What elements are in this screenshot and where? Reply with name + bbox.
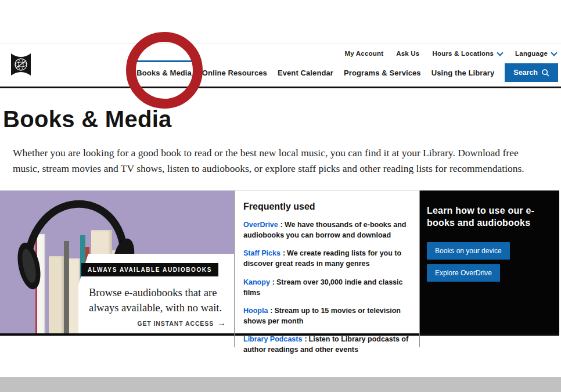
- books-on-device-button[interactable]: Books on your device: [427, 242, 510, 260]
- chevron-down-icon: [497, 49, 503, 56]
- cta-label: GET INSTANT ACCESS: [137, 320, 214, 327]
- library-logo[interactable]: [10, 52, 31, 79]
- utility-nav: My Account Ask Us Hours & Locations Lang…: [344, 50, 556, 57]
- frequently-used-item: Hoopla:Stream up to 15 movies or televis…: [243, 305, 409, 326]
- nav-item-using-the-library[interactable]: Using the Library: [431, 69, 495, 77]
- utility-item-language[interactable]: Language: [515, 50, 556, 57]
- audiobooks-promo: ALWAYS AVAILABLE AUDIOBOOKS Browse e-aud…: [0, 190, 234, 333]
- page-intro: Whether you are looking for a good book …: [13, 145, 535, 177]
- hoopla-link[interactable]: Hoopla: [243, 307, 268, 315]
- library-podcasts-link[interactable]: Library Podcasts: [243, 335, 302, 343]
- separator: :: [304, 335, 307, 343]
- separator: :: [280, 221, 283, 229]
- arrow-right-icon: →: [217, 318, 226, 327]
- frequently-used-panel: Frequently used OverDrive:We have thousa…: [234, 190, 419, 333]
- staff-picks-link[interactable]: Staff Picks: [243, 249, 280, 257]
- feature-section: ALWAYS AVAILABLE AUDIOBOOKS Browse e-aud…: [0, 190, 559, 336]
- promo-badge: ALWAYS AVAILABLE AUDIOBOOKS: [81, 263, 218, 276]
- get-instant-access-link[interactable]: GET INSTANT ACCESS →: [137, 319, 226, 327]
- frequently-used-item: Library Podcasts:Listen to Library podca…: [243, 334, 409, 355]
- frequently-used-heading: Frequently used: [243, 202, 409, 212]
- utility-item-ask-us[interactable]: Ask Us: [396, 50, 419, 57]
- nav-item-programs-services[interactable]: Programs & Services: [344, 69, 421, 77]
- utility-item-my-account[interactable]: My Account: [344, 50, 383, 57]
- learn-panel-buttons: Books on your device Explore OverDrive: [427, 242, 549, 282]
- nav-item-books-media[interactable]: Books & Media: [136, 69, 191, 77]
- search-button[interactable]: Search: [505, 63, 558, 82]
- page-canvas: My Account Ask Us Hours & Locations Lang…: [0, 0, 561, 392]
- column-divider: [419, 190, 420, 347]
- explore-overdrive-button[interactable]: Explore OverDrive: [427, 264, 500, 282]
- kanopy-link[interactable]: Kanopy: [243, 278, 270, 286]
- chevron-down-icon: [551, 49, 557, 56]
- frequently-used-item: Kanopy:Stream over 30,000 indie and clas…: [243, 277, 409, 298]
- overdrive-link[interactable]: OverDrive: [243, 221, 278, 229]
- nav-item-online-resources[interactable]: Online Resources: [202, 69, 267, 77]
- library-logo-icon: [10, 52, 31, 77]
- utility-item-label: Language: [515, 50, 548, 57]
- learn-panel: Learn how to use our e-books and audiobo…: [419, 190, 559, 333]
- search-button-label: Search: [513, 69, 538, 77]
- active-tab-indicator: [135, 60, 192, 62]
- separator: :: [283, 249, 285, 257]
- frequently-used-item: Staff Picks:We create reading lists for …: [243, 248, 409, 269]
- promo-message: Browse e-audiobooks that are always avai…: [89, 285, 224, 316]
- main-nav: Books & Media Online Resources Event Cal…: [136, 63, 558, 82]
- utility-item-label: Ask Us: [396, 50, 419, 57]
- footer-strip: [0, 377, 561, 392]
- nav-item-label: Event Calendar: [278, 69, 333, 77]
- utility-item-hours-locations[interactable]: Hours & Locations: [432, 50, 502, 57]
- nav-item-label: Books & Media: [136, 69, 191, 77]
- learn-panel-heading: Learn how to use our e-books and audiobo…: [427, 204, 546, 229]
- nav-item-event-calendar[interactable]: Event Calendar: [278, 69, 333, 77]
- column-divider: [234, 190, 235, 347]
- page-title: Books & Media: [3, 106, 172, 132]
- frequently-used-item: OverDrive:We have thousands of e-books a…: [243, 220, 409, 240]
- nav-item-label: Using the Library: [431, 69, 495, 77]
- utility-item-label: Hours & Locations: [432, 50, 494, 57]
- nav-item-label: Online Resources: [202, 69, 267, 77]
- nav-item-label: Programs & Services: [344, 69, 421, 77]
- utility-item-label: My Account: [344, 50, 383, 57]
- site-header: My Account Ask Us Hours & Locations Lang…: [0, 44, 561, 88]
- search-icon: [542, 69, 549, 77]
- separator: :: [270, 307, 272, 315]
- promo-card: ALWAYS AVAILABLE AUDIOBOOKS Browse e-aud…: [78, 254, 234, 333]
- separator: :: [272, 278, 275, 286]
